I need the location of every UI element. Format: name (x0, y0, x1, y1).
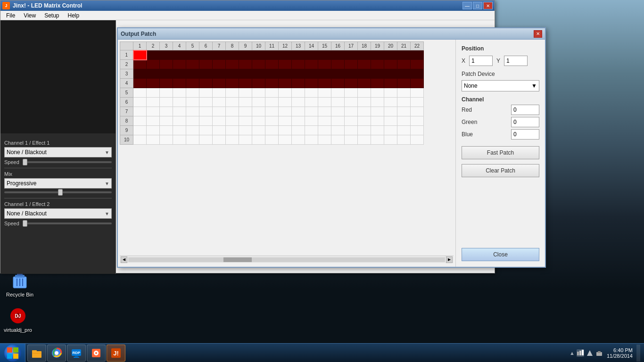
grid-cell[interactable] (173, 60, 186, 69)
grid-cell[interactable] (160, 88, 173, 98)
grid-cell[interactable] (292, 69, 305, 79)
grid-cell[interactable] (371, 60, 384, 69)
grid-cell[interactable] (133, 69, 147, 79)
grid-cell[interactable] (147, 50, 160, 60)
grid-cell[interactable] (292, 50, 305, 60)
grid-cell[interactable] (292, 79, 305, 88)
grid-cell[interactable] (345, 88, 358, 98)
grid-cell[interactable] (133, 88, 147, 98)
grid-cell[interactable] (252, 60, 265, 69)
grid-cell[interactable] (239, 50, 252, 60)
grid-cell[interactable] (292, 60, 305, 69)
scroll-left-button[interactable]: ◀ (121, 256, 127, 263)
grid-cell[interactable] (371, 50, 384, 60)
start-button[interactable] (0, 344, 25, 362)
grid-cell[interactable] (265, 60, 279, 69)
grid-cell[interactable] (331, 79, 345, 88)
grid-cell[interactable] (371, 69, 384, 79)
grid-cell[interactable] (265, 88, 279, 98)
grid-cell[interactable] (384, 69, 397, 79)
patch-device-select[interactable]: None ▼ (462, 80, 539, 91)
taskbar-app-rdp[interactable]: RDP (67, 345, 86, 362)
grid-cell[interactable] (397, 88, 411, 98)
fast-patch-button[interactable]: Fast Patch (462, 146, 539, 159)
grid-cell[interactable] (265, 79, 279, 88)
grid-cell[interactable] (397, 79, 411, 88)
grid-cell[interactable] (186, 69, 199, 79)
grid-cell[interactable] (199, 50, 213, 60)
grid-cell[interactable] (213, 50, 226, 60)
grid-cell[interactable] (265, 69, 279, 79)
dialog-close-button[interactable]: ✕ (534, 30, 542, 38)
speed2-slider[interactable] (23, 222, 112, 224)
grid-cell[interactable] (358, 88, 371, 98)
recycle-bin-icon[interactable]: Recycle Bin (5, 271, 35, 297)
grid-cell[interactable] (318, 88, 331, 98)
grid-cell[interactable] (279, 69, 292, 79)
grid-cell[interactable] (279, 79, 292, 88)
grid-cell[interactable] (292, 88, 305, 98)
grid-cell[interactable] (411, 88, 424, 98)
grid-cell[interactable] (147, 60, 160, 69)
horizontal-scrollbar[interactable]: ◀ ▶ (120, 255, 454, 263)
grid-cell[interactable] (331, 69, 345, 79)
grid-cell[interactable] (213, 69, 226, 79)
grid-cell[interactable] (226, 60, 239, 69)
grid-cell[interactable] (252, 79, 265, 88)
blue-input[interactable] (511, 129, 539, 140)
grid-cell[interactable] (265, 50, 279, 60)
maximize-button[interactable]: □ (473, 2, 482, 9)
grid-cell[interactable] (318, 69, 331, 79)
app-close-button[interactable]: ✕ (483, 2, 493, 9)
show-desktop-button[interactable] (636, 345, 640, 362)
grid-cell[interactable] (384, 60, 397, 69)
grid-cell[interactable] (411, 79, 424, 88)
grid-cell[interactable] (252, 88, 265, 98)
grid-cell[interactable] (397, 69, 411, 79)
grid-cell[interactable] (384, 79, 397, 88)
speed1-slider[interactable] (23, 161, 112, 163)
grid-cell[interactable] (133, 79, 147, 88)
grid-cell[interactable] (279, 88, 292, 98)
grid-cell[interactable] (331, 50, 345, 60)
grid-cell[interactable] (345, 60, 358, 69)
grid-cell[interactable] (358, 60, 371, 69)
taskbar-app-jinx[interactable]: J! (107, 345, 125, 362)
grid-cell[interactable] (239, 79, 252, 88)
grid-cell[interactable] (358, 79, 371, 88)
grid-cell[interactable] (411, 60, 424, 69)
menu-view[interactable]: View (20, 11, 40, 20)
red-input[interactable] (511, 105, 539, 115)
taskbar-app-chrome[interactable] (47, 345, 66, 362)
grid-cell[interactable] (173, 79, 186, 88)
grid-cell[interactable] (279, 50, 292, 60)
grid-cell[interactable] (186, 60, 199, 69)
effect2-dropdown[interactable]: None / Blackout ▼ (4, 208, 112, 219)
grid-cell[interactable] (186, 79, 199, 88)
grid-cell[interactable] (173, 88, 186, 98)
grid-cell[interactable] (252, 50, 265, 60)
grid-cell[interactable] (384, 50, 397, 60)
mix-dropdown[interactable]: Progressive ▼ (4, 178, 112, 189)
grid-cell[interactable] (160, 79, 173, 88)
grid-cell[interactable] (305, 88, 318, 98)
grid-scroll[interactable]: 1 2 3 4 5 6 7 8 9 10 11 12 13 (120, 41, 454, 255)
menu-file[interactable]: File (2, 11, 19, 20)
grid-cell[interactable] (226, 79, 239, 88)
minimize-button[interactable]: — (462, 2, 472, 9)
grid-cell[interactable] (199, 88, 213, 98)
grid-cell[interactable] (147, 69, 160, 79)
grid-cell[interactable] (186, 88, 199, 98)
grid-cell[interactable] (358, 69, 371, 79)
grid-cell[interactable] (358, 50, 371, 60)
green-input[interactable] (511, 117, 539, 127)
grid-cell[interactable] (318, 79, 331, 88)
grid-cell[interactable] (318, 60, 331, 69)
grid-cell[interactable] (252, 69, 265, 79)
grid-cell[interactable] (305, 79, 318, 88)
grid-cell[interactable] (173, 50, 186, 60)
grid-cell[interactable] (226, 69, 239, 79)
effect1-dropdown[interactable]: None / Blackout ▼ (4, 147, 112, 157)
grid-cell[interactable] (384, 88, 397, 98)
scroll-thumb[interactable] (223, 257, 252, 262)
